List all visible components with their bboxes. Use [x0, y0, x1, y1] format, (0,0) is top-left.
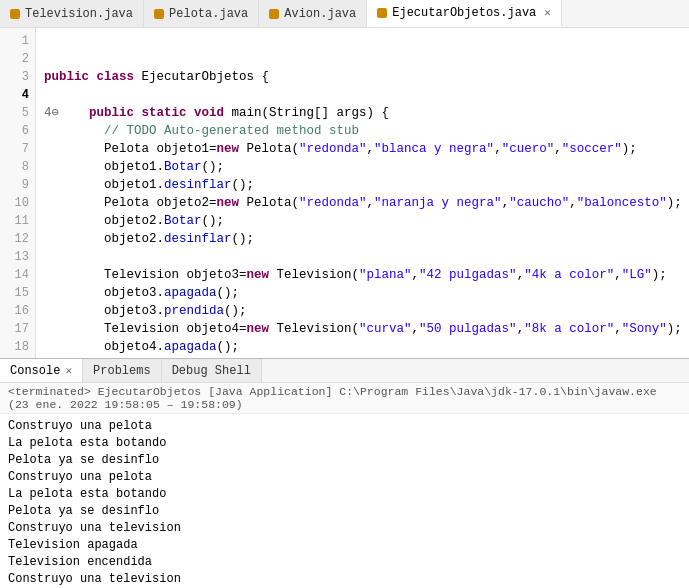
- console-line: La pelota esta botando: [8, 435, 681, 452]
- tab-label-ejecutar: EjecutarObjetos.java: [392, 6, 536, 20]
- console-line: Television apagada: [8, 537, 681, 554]
- panel-tab-console[interactable]: Console ✕: [0, 359, 83, 382]
- line-num: 13: [4, 248, 29, 266]
- line-num: 14: [4, 266, 29, 284]
- line-num: 1: [4, 32, 29, 50]
- console-line: Construyo una television: [8, 571, 681, 588]
- console-line: Construyo una pelota: [8, 469, 681, 486]
- tab-icon-ejecutar: [377, 8, 387, 18]
- debug-tab-label: Debug Shell: [172, 364, 251, 378]
- line-num: 9: [4, 176, 29, 194]
- console-line: Pelota ya se desinflo: [8, 503, 681, 520]
- tab-pelota[interactable]: Pelota.java: [144, 0, 259, 27]
- line-num: 12: [4, 230, 29, 248]
- line-numbers: 1 2 3 4 5 6 7 8 9 10 11 12 13 14 15 16 1…: [0, 28, 36, 358]
- line-num: 2: [4, 50, 29, 68]
- line-num: 8: [4, 158, 29, 176]
- panel-tab-bar: Console ✕ Problems Debug Shell: [0, 359, 689, 383]
- tab-ejecutar[interactable]: EjecutarObjetos.java ✕: [367, 0, 562, 27]
- console-line: Pelota ya se desinflo: [8, 452, 681, 469]
- code-text[interactable]: public class EjecutarObjetos { 4⊖ public…: [36, 28, 689, 358]
- line-num: 16: [4, 302, 29, 320]
- console-line: Construyo una pelota: [8, 418, 681, 435]
- tab-television[interactable]: Television.java: [0, 0, 144, 27]
- problems-tab-label: Problems: [93, 364, 151, 378]
- tab-label-pelota: Pelota.java: [169, 7, 248, 21]
- line-num: 5: [4, 104, 29, 122]
- console-line: La pelota esta botando: [8, 486, 681, 503]
- console-line: Construyo una television: [8, 520, 681, 537]
- tab-icon-television: [10, 9, 20, 19]
- console-line: Television encendida: [8, 554, 681, 571]
- console-header: <terminated> EjecutarObjetos [Java Appli…: [0, 383, 689, 414]
- console-output: Construyo una pelota La pelota esta bota…: [0, 414, 689, 588]
- line-num: 6: [4, 122, 29, 140]
- bottom-panel: Console ✕ Problems Debug Shell <terminat…: [0, 358, 689, 588]
- line-num: 10: [4, 194, 29, 212]
- tab-avion[interactable]: Avion.java: [259, 0, 367, 27]
- line-num: 3: [4, 68, 29, 86]
- code-editor: 1 2 3 4 5 6 7 8 9 10 11 12 13 14 15 16 1…: [0, 28, 689, 358]
- tab-icon-avion: [269, 9, 279, 19]
- tab-label-television: Television.java: [25, 7, 133, 21]
- console-tab-label: Console: [10, 364, 60, 378]
- line-num: 18: [4, 338, 29, 356]
- tab-label-avion: Avion.java: [284, 7, 356, 21]
- line-num: 4: [4, 86, 29, 104]
- tab-bar: Television.java Pelota.java Avion.java E…: [0, 0, 689, 28]
- console-tab-close[interactable]: ✕: [65, 364, 72, 377]
- panel-tab-problems[interactable]: Problems: [83, 359, 162, 382]
- tab-close-ejecutar[interactable]: ✕: [544, 6, 551, 19]
- tab-icon-pelota: [154, 9, 164, 19]
- line-num: 11: [4, 212, 29, 230]
- line-num: 17: [4, 320, 29, 338]
- line-num: 7: [4, 140, 29, 158]
- line-num: 15: [4, 284, 29, 302]
- panel-tab-debug[interactable]: Debug Shell: [162, 359, 262, 382]
